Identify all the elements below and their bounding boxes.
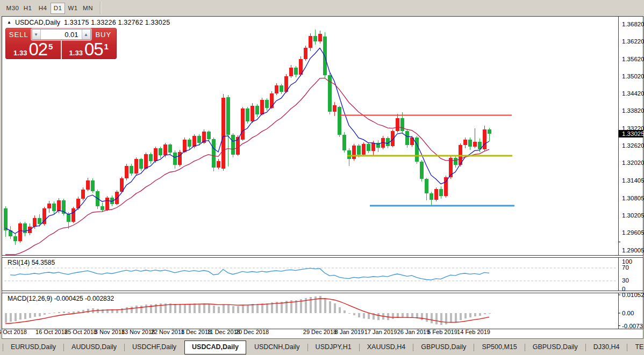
macd-tick: 0.010525: [622, 292, 644, 298]
tab-USDCHF-Daily[interactable]: USDCHF,Daily: [125, 340, 183, 355]
tab-divider: [3, 344, 3, 351]
price-tick: 1.33820: [622, 107, 644, 114]
chart-title: ▲ USDCAD,Daily 1.33175 1.33226 1.32762 1…: [7, 19, 170, 26]
volume-decrease-icon[interactable]: ▼: [32, 30, 41, 39]
tab-SP500-M15[interactable]: SP500,M15: [475, 340, 524, 355]
price-tick: 1.29005: [622, 247, 644, 253]
current-price-value: 1.33025: [622, 131, 644, 137]
ask-big-digits: 05: [84, 40, 103, 58]
date-label: 17 Jan 2019: [364, 329, 397, 335]
tab-TECH100-H1[interactable]: TECH100,H1: [628, 340, 644, 355]
price-tick: 1.31405: [622, 177, 644, 184]
tab-USDCAD-Daily[interactable]: USDCAD,Daily: [184, 340, 246, 354]
date-label: 16 Oct 2018: [35, 329, 68, 335]
tab-USDCNH-Daily[interactable]: USDCNH,Daily: [247, 340, 307, 355]
tab-divider: [525, 344, 525, 351]
chart-ohlc-values: 1.33175 1.33226 1.32762 1.33025: [64, 19, 170, 26]
date-label: 8 Jan 2019: [335, 329, 364, 335]
macd-tick: 0.00: [622, 310, 634, 316]
ask-pip-digit: 1: [104, 42, 109, 51]
date-label: 20 Dec 2018: [235, 329, 269, 335]
date-label: 13 Nov 2018: [121, 329, 155, 335]
date-label: 3 Nov 2018: [95, 329, 125, 335]
tab-USDJPY-H1[interactable]: USDJPY,H1: [309, 340, 359, 355]
tab-DJ30-H4[interactable]: DJ30,H4: [586, 340, 627, 355]
trading-terminal: M30H1H4D1W1MN 1.368201.362201.356201.350…: [0, 0, 644, 355]
tab-XAUUSD-H4[interactable]: XAUUSD,H4: [360, 340, 413, 355]
bid-pip-digit: 5: [48, 42, 53, 51]
tab-divider: [474, 344, 474, 351]
tab-EURUSD-Daily[interactable]: EURUSD,Daily: [4, 340, 63, 355]
volume-input[interactable]: [41, 30, 82, 40]
price-tick: 1.34420: [622, 90, 644, 97]
trade-panel-top-row: SELL ▼ ▲ BUY: [6, 28, 116, 40]
tab-GBPUSD-Daily[interactable]: GBPUSD,Daily: [414, 340, 473, 355]
one-click-trade-panel: SELL ▼ ▲ BUY 1.33 02 5 1.33 05 1: [5, 28, 117, 59]
trade-panel-prices: 1.33 02 5 1.33 05 1: [6, 40, 116, 59]
date-label: 5 Feb 2019: [427, 329, 457, 335]
bid-big-digits: 02: [28, 40, 47, 58]
volume-stepper: ▼ ▲: [32, 29, 91, 40]
tab-GBPUSD-Daily[interactable]: GBPUSD,Daily: [526, 340, 585, 355]
price-tick: 1.29605: [622, 229, 644, 236]
date-label: 25 Oct 2018: [65, 329, 97, 335]
macd-label: MACD(12,26,9) -0.000425 -0.002832: [8, 295, 114, 302]
tab-divider: [585, 344, 586, 351]
bid-price-button[interactable]: 1.33 02 5: [6, 40, 62, 59]
date-label: 29 Dec 2018: [303, 329, 337, 335]
tab-AUDUSD-Daily[interactable]: AUDUSD,Daily: [65, 340, 124, 355]
tab-divider: [413, 344, 413, 351]
chart-symbol-label: USDCAD,Daily: [15, 19, 60, 26]
date-label: 26 Jan 2019: [397, 329, 430, 335]
rsi-tick: 30: [622, 277, 629, 284]
tab-divider: [63, 344, 64, 351]
price-tick: 1.35620: [622, 56, 644, 62]
price-tick: 1.35020: [622, 73, 644, 79]
date-label: 22 Nov 2018: [151, 329, 184, 335]
sell-button[interactable]: SELL: [6, 31, 32, 39]
ask-price-button[interactable]: 1.33 05 1: [62, 40, 117, 59]
rsi-tick: 70: [622, 264, 629, 271]
ask-prefix: 1.33: [69, 49, 83, 57]
bid-prefix: 1.33: [13, 49, 27, 57]
tab-divider: [627, 344, 627, 351]
tab-divider: [359, 344, 360, 351]
price-tick: 1.36220: [622, 38, 644, 45]
price-tick: 1.36820: [622, 21, 644, 27]
volume-increase-icon[interactable]: ▲: [82, 30, 90, 39]
price-tick: 1.30205: [622, 212, 644, 219]
price-tick: 1.32620: [622, 142, 644, 149]
tab-divider: [124, 344, 125, 351]
tab-divider: [307, 344, 308, 351]
price-tick: 1.30805: [622, 195, 644, 201]
date-label: 14 Feb 2019: [457, 329, 490, 335]
price-tick: 1.32020: [622, 160, 644, 166]
symbol-tab-bar: EURUSD,DailyAUDUSD,DailyUSDCHF,DailyUSDC…: [0, 340, 644, 355]
rsi-label: RSI(14) 54.3585: [8, 259, 55, 266]
buy-button[interactable]: BUY: [91, 31, 117, 39]
macd-tick: -0.0073: [622, 323, 643, 329]
collapse-triangle-icon[interactable]: ▲: [7, 20, 11, 25]
date-label: 6 Oct 2018: [0, 329, 27, 335]
